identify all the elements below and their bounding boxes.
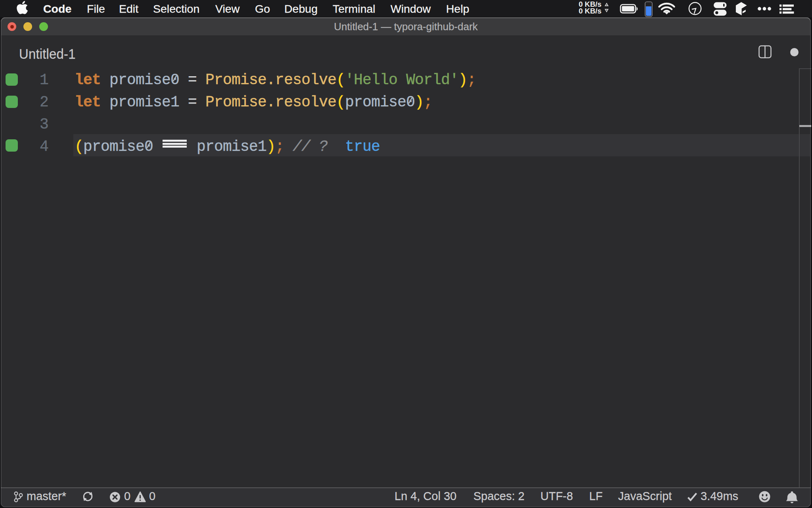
svg-text:0 KB/s: 0 KB/s (578, 7, 601, 15)
